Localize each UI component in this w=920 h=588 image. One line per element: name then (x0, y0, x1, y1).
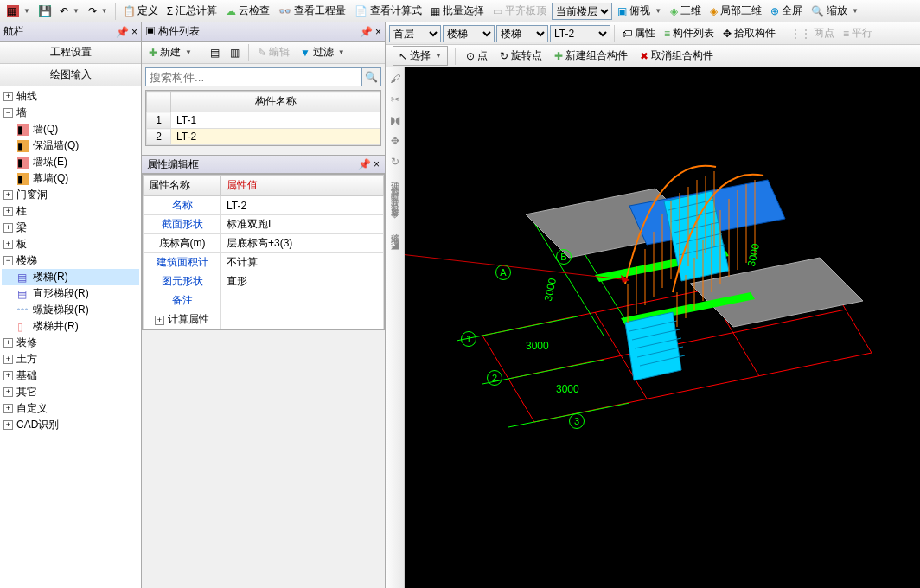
property-editor-panel: 属性编辑框 📌 × 属性名称 属性值 名称LT-2 截面形状标准双跑I 底标高(… (142, 155, 385, 330)
tree-wallrib-e[interactable]: ▮墙垛(E) (2, 154, 139, 170)
grid-header-name: 构件名称 (171, 92, 380, 112)
close-icon[interactable]: × (375, 26, 381, 38)
property-editor-header: 属性编辑框 📌 × (142, 155, 385, 174)
tree-stair[interactable]: −楼梯 (2, 252, 139, 269)
property-editor-title: 属性编辑框 (147, 157, 199, 172)
select-button[interactable]: ↖选择▼ (393, 46, 448, 66)
component-grid: 构件名称 1LT-1 2LT-2 (145, 90, 381, 146)
tool-icon-1[interactable]: ▤ (207, 45, 223, 61)
table-row[interactable]: 2LT-2 (147, 129, 380, 145)
3d-viewport[interactable]: A B 1 2 3 3000 3000 3000 3000 (405, 67, 920, 588)
offset-tool-icon[interactable]: ◈ (387, 206, 403, 221)
save-icon[interactable]: 💾 (35, 3, 54, 19)
close-icon[interactable]: × (374, 158, 380, 170)
axis-label-b: B (556, 249, 572, 265)
prop-row[interactable]: 图元形状直形 (144, 272, 384, 291)
filter-button[interactable]: ▼过滤▼ (297, 43, 348, 61)
tool-icon-2[interactable]: ▥ (227, 45, 243, 61)
tree-wall-q[interactable]: ▮墙(Q) (2, 121, 139, 137)
tool-scissors-icon[interactable]: ✂ (387, 92, 403, 107)
category-select-1[interactable]: 楼梯 (443, 25, 495, 42)
parallel-button[interactable]: ≡平行 (840, 24, 876, 42)
floor-select[interactable]: 首层 (389, 25, 441, 42)
tree-foundation[interactable]: +基础 (2, 368, 139, 384)
axis-label-1: 1 (461, 331, 476, 347)
rotate-point-button[interactable]: ↻旋转点 (496, 47, 546, 65)
tree-curtain-q[interactable]: ▮幕墙(Q) (2, 170, 139, 187)
new-button[interactable]: ✚新建▼ (145, 43, 195, 61)
viewport-toolbar-1: 首层 楼梯 楼梯 LT-2 🏷属性 ≡构件列表 ✥拾取构件 ⋮⋮两点 ≡平行 (386, 22, 920, 45)
tab-project-settings[interactable]: 工程设置 (0, 42, 141, 64)
tree-spiral-stair-r[interactable]: 〰螺旋梯段(R) (2, 302, 139, 318)
prop-row-expandable[interactable]: +计算属性 (144, 310, 384, 329)
dropdown-1[interactable]: ▦▼ (3, 3, 34, 19)
floor-select-top[interactable]: 当前楼层 (552, 3, 612, 20)
tree-earthwork[interactable]: +土方 (2, 351, 139, 368)
pin-icon[interactable]: 📌 (116, 26, 129, 38)
main-toolbar: ▦▼ 💾 ↶▼ ↷▼ 📋定义 Σ汇总计算 ☁云检查 👓查看工程量 📄查看计算式 … (0, 0, 920, 22)
new-group-button[interactable]: ✚新建组合构件 (551, 47, 631, 65)
pin-icon[interactable]: 📌 (360, 26, 373, 38)
tree-straight-stair-r[interactable]: ▤直形梯段(R) (2, 285, 139, 302)
batch-select-button[interactable]: ▦批量选择 (427, 2, 488, 20)
axis-label-2: 2 (487, 370, 502, 386)
cancel-group-button[interactable]: ✖取消组合构件 (636, 47, 717, 65)
component-list-title: 构件列表 (158, 25, 200, 37)
prop-row[interactable]: 建筑面积计不计算 (144, 253, 384, 272)
view-calc-button[interactable]: 📄查看计算式 (351, 2, 425, 20)
tool-brush-icon[interactable]: 🖌 (387, 71, 403, 86)
component-list-button[interactable]: ≡构件列表 (661, 24, 718, 42)
component-list-panel: ▣ 构件列表 📌 × ✚新建▼ ▤ ▥ ✎编辑 ▼过滤▼ 🔍 构件名称 1LT-… (142, 22, 386, 588)
attributes-button[interactable]: 🏷属性 (618, 24, 659, 42)
close-icon[interactable]: × (131, 26, 137, 38)
redo-button[interactable]: ↷▼ (85, 3, 112, 19)
side-toolbar: 🖌 ✂ ◗◖ ✥ ↻ 延伸 修剪 打断 合并 分割 对齐 ◈ 偏移 拉伸 ◢ (386, 67, 405, 588)
tree-cad[interactable]: +CAD识别 (2, 417, 139, 433)
tool-move-icon[interactable]: ✥ (387, 133, 403, 149)
prop-row[interactable]: 截面形状标准双跑I (144, 215, 384, 234)
tree-slab[interactable]: +板 (2, 236, 139, 252)
category-select-2[interactable]: 楼梯 (496, 25, 548, 42)
point-button[interactable]: ⊙点 (463, 47, 491, 65)
3d-button[interactable]: ◈三维 (667, 2, 705, 20)
zoom-button[interactable]: 🔍缩放▼ (808, 2, 862, 20)
tree-axis[interactable]: +轴线 (2, 88, 139, 105)
tree-custom[interactable]: +自定义 (2, 400, 139, 417)
tab-drawing-input[interactable]: 绘图输入 (0, 64, 141, 86)
tree-stairwell-r[interactable]: ▯楼梯井(R) (2, 318, 139, 335)
tree-other[interactable]: +其它 (2, 384, 139, 400)
fullscreen-button[interactable]: ⊕全屏 (767, 2, 806, 20)
flat-slab-button[interactable]: ▭平齐板顶 (489, 2, 550, 20)
tree-wall[interactable]: −墙 (2, 105, 139, 121)
search-input[interactable] (145, 67, 362, 86)
two-point-button[interactable]: ⋮⋮两点 (787, 24, 838, 42)
define-button[interactable]: 📋定义 (119, 2, 162, 20)
tree-insulation-q[interactable]: ▮保温墙(Q) (2, 137, 139, 154)
pin-icon[interactable]: 📌 (358, 158, 371, 170)
tree-decoration[interactable]: +装修 (2, 335, 139, 351)
component-list-header: ▣ 构件列表 📌 × (142, 22, 385, 42)
tool-last-icon[interactable]: ◢ (387, 237, 403, 252)
local-3d-button[interactable]: ◈局部三维 (706, 2, 765, 20)
tool-rotate-icon[interactable]: ↻ (387, 154, 403, 169)
tree-column[interactable]: +柱 (2, 203, 139, 220)
cloud-check-button[interactable]: ☁云检查 (222, 2, 273, 20)
pick-component-button[interactable]: ✥拾取构件 (719, 24, 779, 42)
view-qty-button[interactable]: 👓查看工程量 (275, 2, 349, 20)
search-button[interactable]: 🔍 (362, 67, 381, 86)
tree-beam[interactable]: +梁 (2, 220, 139, 236)
undo-button[interactable]: ↶▼ (56, 3, 83, 19)
sum-calc-button[interactable]: Σ汇总计算 (163, 2, 220, 20)
top-view-button[interactable]: ▣俯视▼ (614, 2, 665, 20)
component-select[interactable]: LT-2 (550, 25, 610, 42)
component-list-toolbar: ✚新建▼ ▤ ▥ ✎编辑 ▼过滤▼ (142, 42, 385, 64)
prop-row[interactable]: 名称LT-2 (144, 196, 384, 215)
navigation-panel: 航栏 📌 × 工程设置 绘图输入 +轴线 −墙 ▮墙(Q) ▮保温墙(Q) ▮墙… (0, 22, 142, 588)
tree-stair-r[interactable]: ▤楼梯(R) (2, 269, 139, 285)
prop-row-highlighted[interactable]: 底标高(m)层底标高+3(3) (144, 234, 384, 253)
table-row[interactable]: 1LT-1 (147, 112, 380, 129)
prop-row[interactable]: 备注 (144, 291, 384, 310)
tool-mirror-icon[interactable]: ◗◖ (387, 112, 403, 128)
edit-button[interactable]: ✎编辑 (254, 43, 293, 61)
tree-door-window[interactable]: +门窗洞 (2, 187, 139, 203)
